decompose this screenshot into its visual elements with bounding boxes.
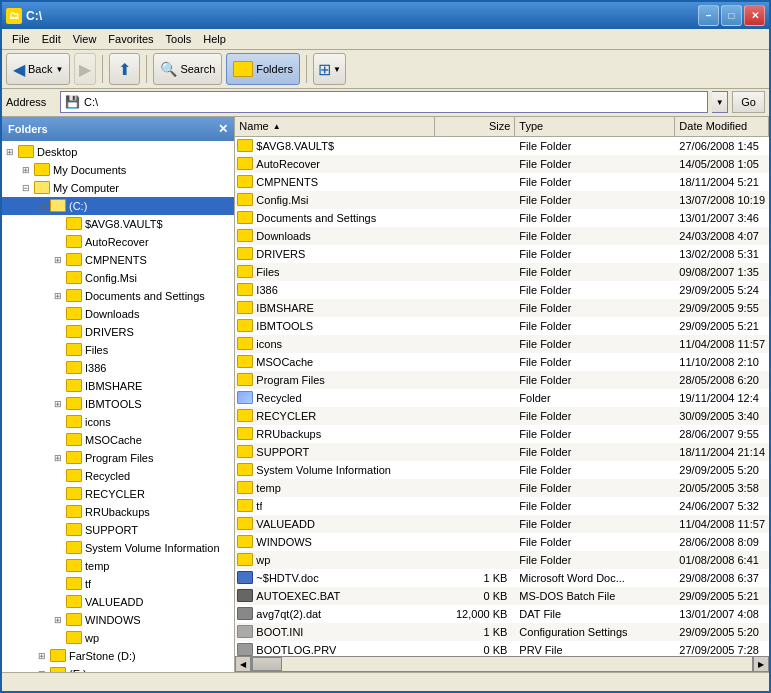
tree-item[interactable]: ⊞My Documents	[2, 161, 234, 179]
file-item[interactable]: DownloadsFile Folder24/03/2008 4:07	[235, 227, 769, 245]
file-item[interactable]: DRIVERSFile Folder13/02/2008 5:31	[235, 245, 769, 263]
views-button[interactable]: ⊞ ▼	[313, 53, 346, 85]
tree-expand-icon[interactable]: ⊞	[2, 144, 18, 160]
tree-item[interactable]: MSOCache	[2, 431, 234, 449]
tree-item[interactable]: Files	[2, 341, 234, 359]
scroll-left-button[interactable]: ◀	[235, 656, 251, 672]
tree-item[interactable]: ⊞WINDOWS	[2, 611, 234, 629]
tree-item[interactable]: I386	[2, 359, 234, 377]
horizontal-scrollbar[interactable]: ◀ ▶	[235, 656, 769, 672]
file-items[interactable]: $AVG8.VAULT$File Folder27/06/2008 1:45Au…	[235, 137, 769, 656]
file-item[interactable]: Config.MsiFile Folder13/07/2008 10:19	[235, 191, 769, 209]
file-name: BOOTLOG.PRV	[256, 644, 336, 656]
file-item[interactable]: ~$HDTV.doc1 KBMicrosoft Word Doc...29/08…	[235, 569, 769, 587]
tree-item[interactable]: $AVG8.VAULT$	[2, 215, 234, 233]
search-button[interactable]: 🔍 Search	[153, 53, 222, 85]
address-dropdown-button[interactable]: ▼	[712, 91, 728, 113]
file-item[interactable]: FilesFile Folder09/08/2007 1:35	[235, 263, 769, 281]
file-item[interactable]: RRUbackupsFile Folder28/06/2007 9:55	[235, 425, 769, 443]
close-button[interactable]: ✕	[744, 5, 765, 26]
tree-item[interactable]: System Volume Information	[2, 539, 234, 557]
tree-item[interactable]: ⊞FarStone (D:)	[2, 647, 234, 665]
file-item[interactable]: CMPNENTSFile Folder18/11/2004 5:21	[235, 173, 769, 191]
tree-item[interactable]: temp	[2, 557, 234, 575]
file-item[interactable]: AutoRecoverFile Folder14/05/2008 1:05	[235, 155, 769, 173]
tree-item[interactable]: ⊟(C:)	[2, 197, 234, 215]
file-item[interactable]: BOOTLOG.PRV0 KBPRV File27/09/2005 7:28	[235, 641, 769, 656]
tree-item[interactable]: VALUEADD	[2, 593, 234, 611]
tree-item[interactable]: ⊞Desktop	[2, 143, 234, 161]
tree-item[interactable]: ⊞(E:)	[2, 665, 234, 672]
folder-panel-close-button[interactable]: ✕	[218, 122, 228, 136]
up-button[interactable]: ⬆	[109, 53, 140, 85]
tree-expand-icon[interactable]: ⊞	[50, 288, 66, 304]
address-text[interactable]: C:\	[84, 96, 703, 108]
tree-expand-icon[interactable]: ⊞	[34, 648, 50, 664]
col-header-date[interactable]: Date Modified	[675, 117, 769, 136]
scroll-track[interactable]	[251, 656, 753, 672]
tree-item[interactable]: ⊟My Computer	[2, 179, 234, 197]
tree-expand-icon[interactable]: ⊞	[50, 396, 66, 412]
file-item[interactable]: tfFile Folder24/06/2007 5:32	[235, 497, 769, 515]
col-header-name[interactable]: Name▲	[235, 117, 435, 136]
tree-item[interactable]: DRIVERS	[2, 323, 234, 341]
file-item[interactable]: BOOT.INI1 KBConfiguration Settings29/09/…	[235, 623, 769, 641]
file-item[interactable]: iconsFile Folder11/04/2008 11:57	[235, 335, 769, 353]
tree-item[interactable]: IBMSHARE	[2, 377, 234, 395]
file-item[interactable]: tempFile Folder20/05/2005 3:58	[235, 479, 769, 497]
file-item[interactable]: avg7qt(2).dat12,000 KBDAT File13/01/2007…	[235, 605, 769, 623]
tree-item[interactable]: Config.Msi	[2, 269, 234, 287]
menu-item-favorites[interactable]: Favorites	[102, 31, 159, 47]
tree-item[interactable]: SUPPORT	[2, 521, 234, 539]
file-item[interactable]: MSOCacheFile Folder11/10/2008 2:10	[235, 353, 769, 371]
file-item[interactable]: I386File Folder29/09/2005 5:24	[235, 281, 769, 299]
tree-item[interactable]: wp	[2, 629, 234, 647]
file-item[interactable]: RecycledFolder19/11/2004 12:4	[235, 389, 769, 407]
tree-item[interactable]: Recycled	[2, 467, 234, 485]
tree-item[interactable]: ⊞CMPNENTS	[2, 251, 234, 269]
file-item[interactable]: IBMTOOLSFile Folder29/09/2005 5:21	[235, 317, 769, 335]
file-item[interactable]: VALUEADDFile Folder11/04/2008 11:57	[235, 515, 769, 533]
folders-button[interactable]: Folders	[226, 53, 300, 85]
tree-item[interactable]: ⊞IBMTOOLS	[2, 395, 234, 413]
tree-item[interactable]: RECYCLER	[2, 485, 234, 503]
maximize-button[interactable]: □	[721, 5, 742, 26]
file-item[interactable]: SUPPORTFile Folder18/11/2004 21:14	[235, 443, 769, 461]
tree-item[interactable]: ⊞Program Files	[2, 449, 234, 467]
tree-expand-icon[interactable]: ⊞	[50, 252, 66, 268]
scroll-right-button[interactable]: ▶	[753, 656, 769, 672]
tree-item[interactable]: AutoRecover	[2, 233, 234, 251]
tree-item[interactable]: RRUbackups	[2, 503, 234, 521]
tree-item[interactable]: Downloads	[2, 305, 234, 323]
col-header-size[interactable]: Size	[435, 117, 515, 136]
folder-tree[interactable]: ⊞Desktop⊞My Documents⊟My Computer⊟(C:)$A…	[2, 141, 234, 672]
tree-item[interactable]: ⊞Documents and Settings	[2, 287, 234, 305]
col-header-type[interactable]: Type	[515, 117, 675, 136]
tree-expand-icon[interactable]: ⊟	[18, 180, 34, 196]
file-item[interactable]: RECYCLERFile Folder30/09/2005 3:40	[235, 407, 769, 425]
tree-expand-icon[interactable]: ⊞	[50, 450, 66, 466]
file-item[interactable]: Documents and SettingsFile Folder13/01/2…	[235, 209, 769, 227]
file-item[interactable]: Program FilesFile Folder28/05/2008 6:20	[235, 371, 769, 389]
file-item[interactable]: $AVG8.VAULT$File Folder27/06/2008 1:45	[235, 137, 769, 155]
tree-item[interactable]: icons	[2, 413, 234, 431]
file-item[interactable]: wpFile Folder01/08/2008 6:41	[235, 551, 769, 569]
scroll-thumb[interactable]	[252, 657, 282, 671]
file-item[interactable]: WINDOWSFile Folder28/06/2008 8:09	[235, 533, 769, 551]
file-item[interactable]: System Volume InformationFile Folder29/0…	[235, 461, 769, 479]
file-item[interactable]: IBMSHAREFile Folder29/09/2005 9:55	[235, 299, 769, 317]
go-button[interactable]: Go	[732, 91, 765, 113]
tree-expand-icon[interactable]: ⊟	[34, 198, 50, 214]
file-item[interactable]: AUTOEXEC.BAT0 KBMS-DOS Batch File29/09/2…	[235, 587, 769, 605]
menu-item-edit[interactable]: Edit	[36, 31, 67, 47]
menu-item-file[interactable]: File	[6, 31, 36, 47]
forward-button[interactable]: ▶	[74, 53, 96, 85]
tree-expand-icon[interactable]: ⊞	[18, 162, 34, 178]
tree-item[interactable]: tf	[2, 575, 234, 593]
menu-item-tools[interactable]: Tools	[160, 31, 198, 47]
back-button[interactable]: ◀ Back ▼	[6, 53, 70, 85]
menu-item-help[interactable]: Help	[197, 31, 232, 47]
menu-item-view[interactable]: View	[67, 31, 103, 47]
tree-expand-icon[interactable]: ⊞	[50, 612, 66, 628]
minimize-button[interactable]: –	[698, 5, 719, 26]
